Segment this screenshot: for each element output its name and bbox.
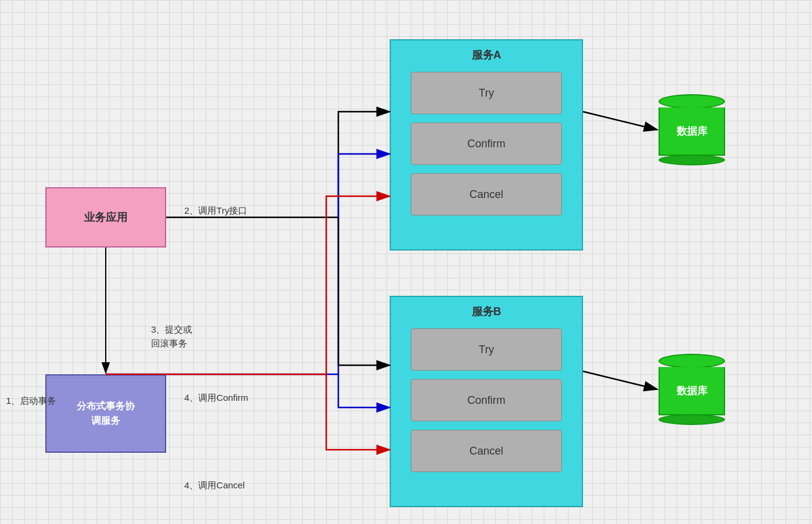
database-a-top <box>659 94 725 109</box>
service-b-try-label: Try <box>478 343 494 356</box>
label-commit-rollback: 3、提交或回滚事务 <box>151 323 192 350</box>
database-b: 数据库 <box>659 353 725 426</box>
service-a-cancel-label: Cancel <box>469 188 503 201</box>
service-b-cancel-label: Cancel <box>469 445 503 458</box>
label-commit-rollback-text: 3、提交或回滚事务 <box>151 324 192 348</box>
label-call-cancel: 4、调用Cancel <box>184 480 245 491</box>
database-b-bottom <box>659 414 725 425</box>
service-a-confirm-box: Confirm <box>411 123 562 165</box>
database-b-top <box>659 354 725 368</box>
service-a-container: 服务A Try Confirm Cancel <box>390 39 583 251</box>
label-call-try: 2、调用Try接口 <box>184 205 247 217</box>
coordinator-box: 分布式事务协调服务 <box>45 374 166 453</box>
service-b-title: 服务B <box>472 304 501 319</box>
coordinator-label: 分布式事务协调服务 <box>77 399 135 428</box>
database-a-label: 数据库 <box>677 124 707 138</box>
service-b-try-box: Try <box>411 328 562 371</box>
database-b-body: 数据库 <box>659 367 725 415</box>
service-b-container: 服务B Try Confirm Cancel <box>390 296 583 507</box>
service-a-cancel-box: Cancel <box>411 173 562 216</box>
label-call-confirm: 4、调用Confirm <box>184 392 248 404</box>
database-b-label: 数据库 <box>677 384 707 398</box>
service-b-cancel-box: Cancel <box>411 430 562 472</box>
label-start-transaction: 1、启动事务 <box>6 395 56 407</box>
service-a-confirm-label: Confirm <box>467 138 505 150</box>
business-app-box: 业务应用 <box>45 187 166 248</box>
database-a-body: 数据库 <box>659 107 725 156</box>
service-b-confirm-box: Confirm <box>411 379 562 421</box>
database-a-bottom <box>659 155 725 165</box>
database-a: 数据库 <box>659 94 725 166</box>
business-app-label: 业务应用 <box>84 210 127 225</box>
service-a-try-label: Try <box>478 87 494 100</box>
service-a-title: 服务A <box>472 48 501 62</box>
service-a-try-box: Try <box>411 72 562 114</box>
service-b-confirm-label: Confirm <box>467 394 505 407</box>
